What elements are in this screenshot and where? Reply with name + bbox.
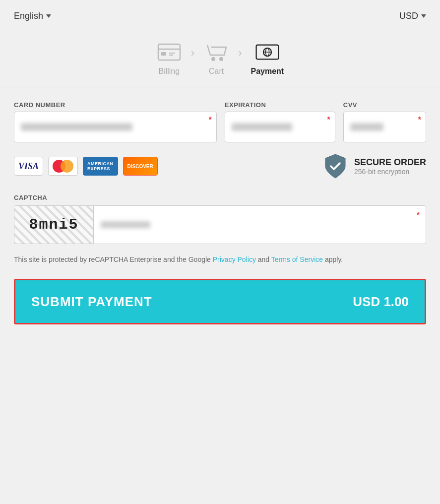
privacy-text-3: apply.	[323, 255, 343, 263]
secure-title: SECURE ORDER	[354, 157, 426, 168]
captcha-section: CAPTCHA 8mni5 *	[14, 194, 426, 244]
captcha-input-area[interactable]	[94, 221, 426, 228]
captcha-box: 8mni5 *	[14, 205, 426, 244]
expiration-input-wrapper: *	[225, 112, 335, 142]
secure-subtitle: 256-bit encryption	[354, 168, 426, 176]
terms-of-service-link[interactable]: Terms of Service	[271, 255, 323, 263]
cvv-input-wrapper: *	[343, 112, 426, 142]
card-logos-security-row: VISA AMERICANEXPRESS DISCOVER	[14, 153, 426, 179]
mc-orange-circle	[61, 160, 73, 173]
svg-point-5	[211, 57, 215, 61]
card-number-group: CARD NUMBER *	[14, 101, 217, 142]
svg-rect-2	[161, 52, 166, 56]
cvv-group: CVV *	[343, 101, 426, 142]
currency-selector[interactable]: USD	[399, 11, 426, 21]
privacy-policy-link[interactable]: Privacy Policy	[213, 255, 256, 263]
captcha-input-blurred	[101, 221, 150, 228]
privacy-notice: This site is protected by reCAPTCHA Ente…	[14, 254, 426, 265]
cvv-label: CVV	[343, 101, 426, 109]
secure-order: SECURE ORDER 256-bit encryption	[323, 153, 426, 179]
amex-logo: AMERICANEXPRESS	[83, 157, 118, 176]
privacy-text-2: and	[256, 255, 271, 263]
submit-label: SUBMIT PAYMENT	[31, 294, 152, 310]
svg-point-6	[219, 57, 223, 61]
payment-label: Payment	[251, 67, 284, 76]
payment-icon	[254, 41, 280, 63]
shield-icon	[323, 153, 347, 179]
captcha-code: 8mni5	[29, 216, 78, 233]
card-number-blurred	[21, 123, 132, 131]
submit-payment-button[interactable]: SUBMIT PAYMENT USD 1.00	[14, 279, 426, 324]
stepper: Billing › Cart › Payment	[0, 32, 440, 87]
step-cart: Cart	[203, 41, 229, 76]
expiration-label: EXPIRATION	[225, 101, 335, 109]
card-logos: VISA AMERICANEXPRESS DISCOVER	[14, 157, 158, 176]
divider	[0, 87, 440, 87]
svg-rect-0	[158, 44, 180, 60]
cart-icon	[203, 41, 229, 63]
submit-amount: USD 1.00	[353, 294, 409, 310]
chevron-1: ›	[191, 47, 194, 70]
expiration-required: *	[327, 116, 330, 125]
expiration-group: EXPIRATION *	[225, 101, 335, 142]
card-number-required: *	[209, 116, 212, 125]
chevron-2: ›	[238, 47, 242, 70]
language-selector[interactable]: English	[14, 11, 51, 21]
card-number-input-wrapper: *	[14, 112, 217, 142]
visa-logo: VISA	[14, 157, 43, 176]
mastercard-logo	[48, 157, 78, 176]
captcha-required-star: *	[417, 211, 420, 220]
billing-icon	[156, 41, 182, 63]
captcha-label: CAPTCHA	[14, 194, 426, 201]
currency-dropdown-arrow	[421, 14, 426, 18]
main-content: CARD NUMBER * EXPIRATION * CVV *	[0, 101, 440, 324]
step-payment: Payment	[251, 41, 284, 76]
discover-logo: DISCOVER	[123, 157, 158, 176]
card-number-label: CARD NUMBER	[14, 101, 217, 109]
language-dropdown-arrow	[46, 14, 51, 18]
top-bar: English USD	[0, 0, 440, 32]
cvv-blurred	[350, 123, 383, 131]
cvv-required: *	[418, 116, 421, 125]
language-label: English	[14, 11, 43, 21]
expiration-blurred	[232, 123, 293, 131]
privacy-text-1: This site is protected by reCAPTCHA Ente…	[14, 255, 213, 263]
mc-circles	[53, 160, 73, 173]
card-fields-row: CARD NUMBER * EXPIRATION * CVV *	[14, 101, 426, 142]
captcha-image: 8mni5	[14, 205, 94, 244]
secure-text: SECURE ORDER 256-bit encryption	[354, 157, 426, 176]
cart-label: Cart	[209, 67, 224, 76]
currency-label: USD	[399, 11, 418, 21]
billing-label: Billing	[158, 67, 180, 76]
step-billing: Billing	[156, 41, 182, 76]
